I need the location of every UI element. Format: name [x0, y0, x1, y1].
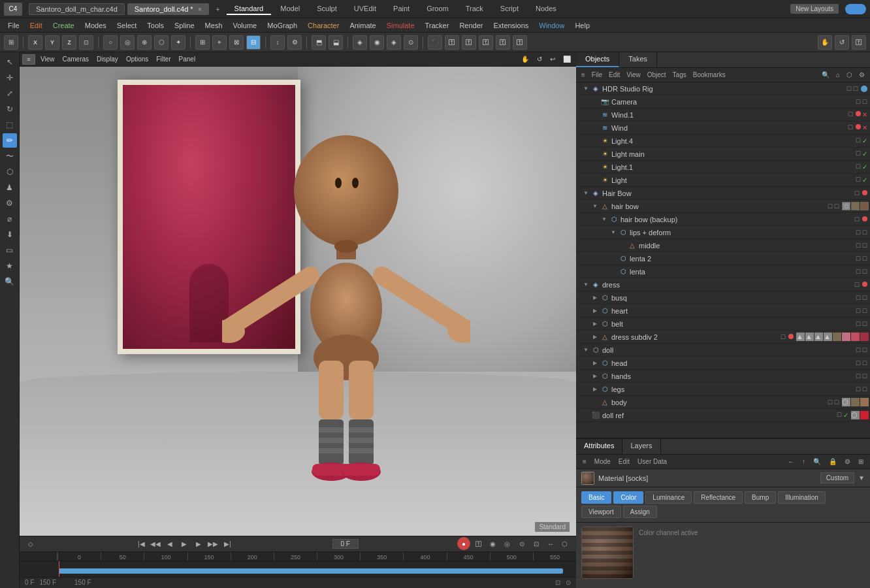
at-mode[interactable]: Mode	[592, 458, 613, 465]
tree-item-dress[interactable]: ▼ ◈ dress ☐	[576, 278, 870, 291]
takes-tab[interactable]: Takes	[619, 52, 657, 67]
toolbar-rotate1[interactable]: ○	[103, 35, 118, 50]
next-frame-button[interactable]: ▶	[193, 538, 204, 549]
toolbar-hand[interactable]: ✋	[818, 35, 832, 50]
tab-standard[interactable]: Standard	[227, 3, 272, 15]
expand-hairbow[interactable]: ▼	[581, 189, 590, 198]
menu-tools[interactable]: Tools	[142, 20, 169, 31]
pt-menu[interactable]: ≡	[579, 71, 588, 78]
tree-item-dollref[interactable]: ▶ ⬛ doll ref ☐ ✓ ⬡	[576, 409, 870, 422]
ht-render[interactable]: ☐	[862, 308, 867, 314]
pt-view[interactable]: View	[624, 71, 643, 78]
expand-legs[interactable]: ▶	[590, 385, 600, 394]
tree-item-doll[interactable]: ▼ ⬡ doll ☐ ☐	[576, 344, 870, 357]
tree-item-light1[interactable]: ▶ ☀ Light.1 ☐ ✓	[576, 161, 870, 174]
toolbar-ref[interactable]: ⌖	[212, 35, 227, 50]
tree-item-camera[interactable]: ▶ 📷 Camera ☐ ☐	[576, 95, 870, 108]
current-frame[interactable]: 0 F	[332, 539, 359, 549]
tree-item-hands[interactable]: ▶ ⬡ hands ☐ ☐	[576, 370, 870, 383]
w-vis[interactable]: ☐	[848, 124, 853, 131]
ha-vis[interactable]: ☐	[856, 373, 861, 380]
menu-render[interactable]: Render	[454, 20, 488, 31]
bd-render[interactable]: ☐	[834, 399, 839, 406]
dark-mode-toggle[interactable]	[845, 4, 866, 14]
tree-item-hdr[interactable]: ▼ ◈ HDR Studio Rig ☐ ☐	[576, 82, 870, 95]
tree-item-wind[interactable]: ▶ ≋ Wind ☐ ✕	[576, 122, 870, 135]
tool-move[interactable]: ✛	[3, 71, 17, 85]
expand-head[interactable]: ▶	[590, 359, 600, 368]
toolbar-obj1[interactable]: ◈	[353, 35, 367, 50]
tool-select2[interactable]: ⬚	[3, 118, 17, 132]
tool-mesh[interactable]: ⬡	[3, 165, 17, 179]
tree-item-legs[interactable]: ▶ ⬡ legs ☐ ☐	[576, 383, 870, 396]
anim-btn-6[interactable]: ↔	[545, 538, 556, 549]
ds-tag6[interactable]	[842, 333, 850, 341]
toolbar-snap2[interactable]: ⊠	[229, 35, 244, 50]
expand-hdr[interactable]: ▼	[581, 84, 590, 93]
pt-object[interactable]: Object	[645, 71, 669, 78]
mat-btn-reflectance[interactable]: Reflectance	[694, 491, 743, 504]
tag1[interactable]: ⬡	[842, 202, 850, 210]
tab-2[interactable]: Santoro_doll.c4d * ×	[127, 3, 209, 15]
pt-bookmarks[interactable]: Bookmarks	[690, 71, 728, 78]
tool-scale[interactable]: ⤢	[3, 86, 17, 101]
menu-window[interactable]: Window	[534, 20, 570, 31]
w1-x[interactable]: ✕	[862, 111, 867, 118]
expand-lenta[interactable]: ▶	[609, 267, 618, 276]
l1-vis[interactable]: ☐	[856, 163, 861, 171]
menu-animate[interactable]: Animate	[344, 20, 381, 31]
lt-render[interactable]: ☐	[862, 269, 867, 275]
expand-middle[interactable]: ▶	[618, 241, 627, 250]
anim-btn-1[interactable]: ⚿	[473, 538, 485, 549]
l4-check[interactable]: ✓	[862, 137, 867, 144]
vp-menu-filter[interactable]: Filter	[153, 55, 173, 63]
mat-btn-bump[interactable]: Bump	[745, 491, 776, 504]
expand-dollref[interactable]: ▶	[581, 411, 590, 420]
cam-vis[interactable]: ☐	[856, 99, 861, 105]
new-tab-button[interactable]: +	[212, 5, 223, 13]
ht-vis[interactable]: ☐	[856, 308, 861, 314]
bd-vis[interactable]: ☐	[828, 399, 833, 406]
hd-render[interactable]: ☐	[862, 360, 867, 367]
menu-simulate[interactable]: Simulate	[381, 20, 420, 31]
attributes-tab[interactable]: Attributes	[576, 439, 622, 454]
tree-item-heart[interactable]: ▶ ⬡ heart ☐ ☐	[576, 304, 870, 318]
pt-file[interactable]: File	[589, 71, 605, 78]
tag2[interactable]	[851, 202, 860, 210]
tab-paint[interactable]: Paint	[385, 3, 417, 15]
expand-wind[interactable]: ▶	[590, 123, 600, 133]
toolbar-anim[interactable]: ⚿	[445, 35, 459, 50]
go-end-button[interactable]: ▶|	[221, 538, 233, 549]
ds-vis[interactable]: ☐	[781, 334, 786, 340]
expand-doll[interactable]: ▼	[581, 346, 590, 355]
expand-lips[interactable]: ▼	[609, 228, 618, 237]
toolbar-y[interactable]: Y	[45, 35, 59, 50]
dr-vis[interactable]: ☐	[854, 282, 860, 288]
vp-menu-cameras[interactable]: Cameras	[60, 55, 92, 63]
tool-rotate[interactable]: ↻	[3, 102, 17, 116]
menu-extensions[interactable]: Extensions	[488, 20, 534, 31]
timeline-diamond[interactable]: ◇	[25, 538, 37, 549]
menu-character[interactable]: Character	[302, 20, 344, 31]
l4-vis[interactable]: ☐	[856, 137, 861, 144]
bq-render[interactable]: ☐	[862, 295, 867, 301]
drf-tag2[interactable]	[860, 411, 869, 419]
body-tag3[interactable]	[860, 398, 869, 406]
preset-arrow[interactable]: ▼	[858, 474, 865, 482]
vp-maximize[interactable]: ⬜	[560, 55, 573, 63]
tree-item-body[interactable]: ▶ △ body ☐ ☐ ⬡	[576, 396, 870, 409]
menu-file[interactable]: File	[3, 20, 25, 31]
vp-menu-display[interactable]: Display	[94, 55, 121, 63]
lg-vis[interactable]: ☐	[856, 386, 861, 393]
expand-hairbow-backup[interactable]: ▼	[600, 215, 609, 224]
tree-item-light[interactable]: ▶ ☀ Light ☐ ✓	[576, 174, 870, 187]
l2-render[interactable]: ☐	[862, 255, 867, 262]
lt-vis[interactable]: ☐	[856, 269, 861, 275]
toolbar-rec[interactable]: ⚫	[428, 35, 442, 50]
expand-dress[interactable]: ▼	[581, 280, 590, 289]
drf-vis[interactable]: ☐	[837, 412, 842, 419]
dl-render[interactable]: ☐	[862, 347, 867, 353]
tool-char[interactable]: ♟	[3, 180, 17, 195]
toolbar-deform[interactable]: ↕	[270, 35, 285, 50]
timeline-track-area[interactable]	[20, 561, 576, 577]
